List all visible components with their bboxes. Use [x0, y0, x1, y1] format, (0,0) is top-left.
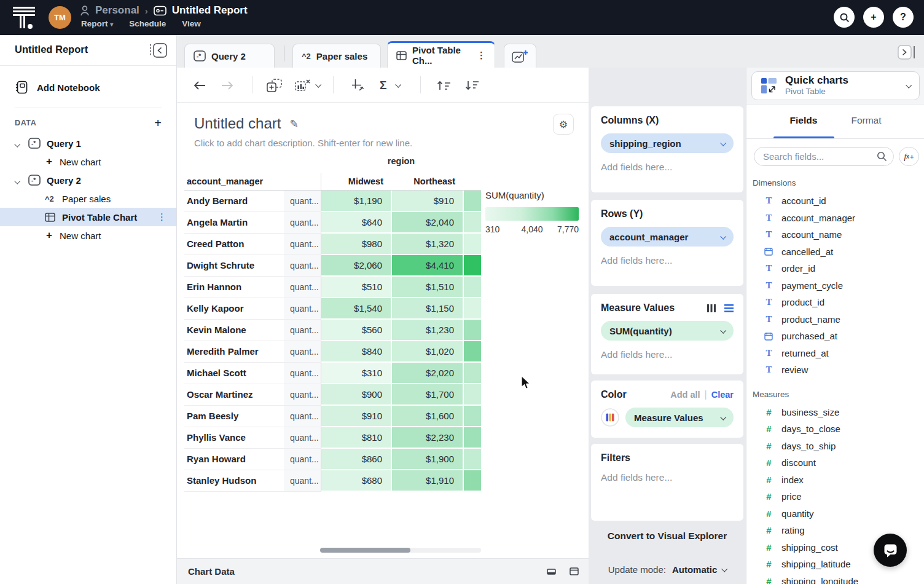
chevron-down-icon[interactable] — [396, 68, 400, 103]
breadcrumb-report[interactable]: Untitled Report — [172, 4, 248, 17]
pivot-cell-northeast[interactable]: $910 — [392, 191, 464, 212]
measure-values-field-pill[interactable]: SUM(quantity) — [601, 321, 734, 341]
search-button[interactable] — [834, 7, 855, 28]
chart-settings-button[interactable]: ⚙ — [553, 114, 574, 135]
pivot-cell-partial[interactable] — [464, 255, 481, 277]
field-item-cancelled_at[interactable]: cancelled_at — [746, 243, 924, 261]
aggregate-button[interactable]: Σ — [380, 68, 386, 103]
pivot-cell-northeast[interactable]: $2,230 — [392, 427, 464, 449]
pivot-cell-midwest[interactable]: $980 — [321, 234, 392, 255]
pivot-cell-northeast[interactable]: $1,320 — [392, 234, 464, 255]
pivot-measure-label[interactable]: quant... — [284, 191, 321, 212]
pivot-measure-label[interactable]: quant... — [284, 341, 321, 363]
search-fields-input[interactable] — [754, 147, 894, 166]
pivot-cell-partial[interactable] — [464, 363, 481, 384]
pivot-cell-northeast[interactable]: $1,700 — [392, 384, 464, 406]
field-item-product_name[interactable]: Tproduct_name — [746, 311, 924, 328]
help-button[interactable]: ? — [893, 7, 914, 28]
color-field-pill[interactable]: Measure Values — [625, 408, 734, 427]
pivot-cell-midwest[interactable]: $810 — [321, 427, 392, 449]
create-button[interactable]: + — [863, 7, 884, 28]
sidebar-item-pivot-table-chart[interactable]: Pivot Table Chart ⋮ — [0, 208, 176, 226]
palette-icon[interactable] — [601, 408, 619, 427]
pivot-measure-label[interactable]: quant... — [284, 212, 321, 234]
chart-data-label[interactable]: Chart Data — [188, 566, 235, 577]
field-item-business_size[interactable]: #business_size — [746, 404, 924, 421]
sidebar-item-new-chart-2[interactable]: + New chart — [0, 226, 176, 245]
field-item-order_id[interactable]: Torder_id — [746, 260, 924, 277]
pivot-row-label[interactable]: Kevin Malone — [184, 320, 284, 341]
pivot-cell-northeast[interactable]: $1,510 — [392, 277, 464, 298]
pivot-cell-partial[interactable] — [464, 406, 481, 427]
pivot-row-label[interactable]: Pam Beesly — [184, 406, 284, 427]
app-logo-icon[interactable] — [12, 6, 36, 30]
scrollbar-thumb[interactable] — [320, 548, 410, 553]
field-item-account_name[interactable]: Taccount_name — [746, 226, 924, 243]
pivot-cell-midwest[interactable]: $910 — [321, 406, 392, 427]
pivot-cell-midwest[interactable]: $310 — [321, 363, 392, 384]
kebab-menu-icon[interactable]: ⋮ — [157, 211, 166, 223]
sort-descending-button[interactable] — [464, 68, 480, 103]
clear-chart-button[interactable] — [295, 68, 311, 103]
pivot-row-label[interactable]: Erin Hannon — [184, 277, 284, 298]
pivot-measure-label[interactable]: quant... — [284, 320, 321, 341]
swap-axes-button[interactable] — [351, 68, 366, 103]
pivot-cell-midwest[interactable]: $900 — [321, 384, 392, 406]
rows-y-placeholder[interactable]: Add fields here... — [601, 255, 734, 266]
add-formula-button[interactable]: fx+ — [899, 147, 919, 166]
pivot-row-label[interactable]: Andy Bernard — [184, 191, 284, 212]
tab-fields[interactable]: Fields — [773, 115, 834, 126]
pivot-measure-label[interactable]: quant... — [284, 427, 321, 449]
pivot-cell-midwest[interactable]: $860 — [321, 449, 392, 470]
pivot-cell-partial[interactable] — [464, 212, 481, 234]
expand-panel-icon[interactable] — [897, 44, 917, 60]
sidebar-item-new-chart-1[interactable]: + New chart — [0, 152, 176, 171]
pivot-cell-northeast[interactable]: $2,020 — [392, 363, 464, 384]
tab-query-2[interactable]: -* Query 2 — [184, 44, 275, 68]
redo-button[interactable] — [221, 68, 234, 103]
pivot-cell-midwest[interactable]: $2,060 — [321, 255, 392, 277]
kebab-menu-icon[interactable]: ⋮ — [477, 50, 486, 61]
horizontal-scrollbar[interactable] — [320, 548, 481, 553]
columns-layout-icon[interactable] — [707, 304, 716, 312]
pivot-cell-partial[interactable] — [464, 470, 481, 492]
pivot-cell-northeast[interactable]: $1,900 — [392, 449, 464, 470]
pivot-measure-label[interactable]: quant... — [284, 406, 321, 427]
breadcrumb-workspace[interactable]: Personal — [95, 4, 139, 17]
field-item-purchased_at[interactable]: purchased_at — [746, 328, 924, 345]
menu-schedule[interactable]: Schedule — [129, 19, 166, 28]
pivot-cell-midwest[interactable]: $1,190 — [321, 191, 392, 212]
pivot-row-label[interactable]: Michael Scott — [184, 363, 284, 384]
quick-charts-selector[interactable]: Quick charts Pivot Table — [751, 71, 920, 100]
pivot-cell-partial[interactable] — [464, 320, 481, 341]
pivot-cell-partial[interactable] — [464, 191, 481, 212]
pivot-cell-northeast[interactable]: $1,020 — [392, 341, 464, 363]
pivot-measure-label[interactable]: quant... — [284, 277, 321, 298]
columns-x-placeholder[interactable]: Add fields here... — [601, 162, 734, 173]
chevron-down-icon[interactable] — [15, 175, 22, 186]
field-item-days_to_close[interactable]: #days_to_close — [746, 420, 924, 438]
pivot-measure-label[interactable]: quant... — [284, 255, 321, 277]
chart-title[interactable]: Untitled chart — [194, 115, 281, 132]
pivot-cell-partial[interactable] — [464, 298, 481, 320]
add-chart-tab-button[interactable] — [504, 44, 536, 68]
edit-title-icon[interactable]: ✎ — [289, 117, 298, 130]
pivot-cell-northeast[interactable]: $1,910 — [392, 470, 464, 492]
pivot-cell-midwest[interactable]: $560 — [321, 320, 392, 341]
tab-pivot-table-chart[interactable]: Pivot Table Ch... ⋮ — [387, 41, 495, 68]
color-add-all-button[interactable]: Add all — [670, 390, 700, 400]
pivot-cell-northeast[interactable]: $1,150 — [392, 298, 464, 320]
pivot-row-label[interactable]: Oscar Martinez — [184, 384, 284, 406]
add-data-button[interactable]: + — [154, 117, 162, 129]
pivot-measure-label[interactable]: quant... — [284, 384, 321, 406]
pivot-cell-northeast[interactable]: $4,410 — [392, 255, 464, 277]
expand-panel-window-icon[interactable] — [570, 567, 579, 575]
measure-values-placeholder[interactable]: Add fields here... — [601, 349, 734, 360]
field-item-days_to_ship[interactable]: #days_to_ship — [746, 438, 924, 455]
add-notebook-button[interactable]: Add Notebook — [15, 78, 176, 97]
pivot-measure-label[interactable]: quant... — [284, 234, 321, 255]
row-field-header[interactable]: account_manager — [184, 173, 284, 190]
pivot-row-label[interactable]: Dwight Schrute — [184, 255, 284, 277]
pivot-cell-northeast[interactable]: $1,230 — [392, 320, 464, 341]
pivot-cell-midwest[interactable]: $510 — [321, 277, 392, 298]
